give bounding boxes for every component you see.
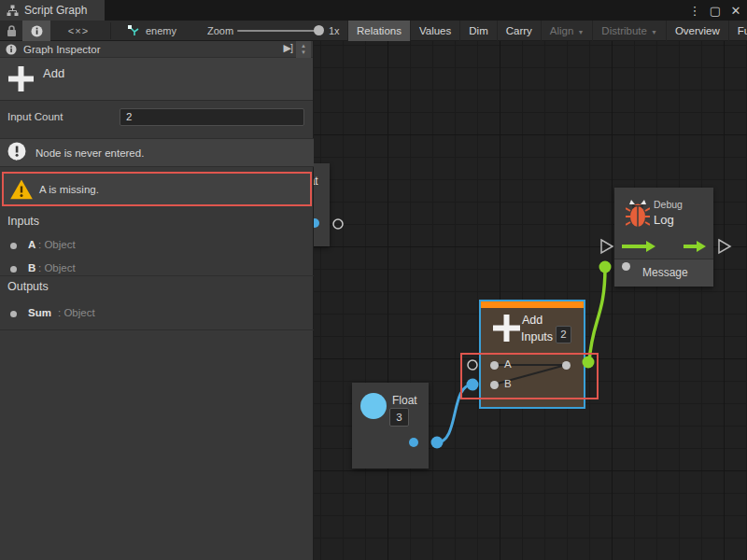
zoom-slider-track[interactable] xyxy=(237,30,319,32)
script-graph-icon xyxy=(7,5,19,17)
zoom-slider-handle[interactable] xyxy=(314,25,324,35)
spin-up-icon[interactable]: ▲ xyxy=(301,43,306,49)
port-type: : Object xyxy=(38,262,76,273)
flow-in-arrow-icon[interactable] xyxy=(622,241,655,252)
node-debug-log[interactable]: Debug Log Message xyxy=(614,188,713,287)
input-count-field[interactable]: 2 xyxy=(120,108,304,126)
port-type: : Object xyxy=(38,239,76,250)
chevron-down-icon: ▼ xyxy=(577,29,584,35)
float-output-port[interactable] xyxy=(409,438,418,447)
message-input-port[interactable] xyxy=(622,262,630,271)
add-icon xyxy=(8,66,34,91)
inspector-toggle-button[interactable] xyxy=(22,21,50,41)
info-icon xyxy=(31,25,43,37)
toolbar-buttons: Relations Values Dim Carry Align ▼ Distr… xyxy=(347,21,747,41)
float-value-field[interactable]: 3 xyxy=(389,408,409,427)
port-type: : Object xyxy=(58,307,95,318)
values-button[interactable]: Values xyxy=(410,21,459,41)
divider xyxy=(0,275,314,276)
warning-message-box: A is missing. xyxy=(2,172,312,206)
carry-button[interactable]: Carry xyxy=(497,21,541,41)
toolbar-separator xyxy=(110,22,111,39)
node-title: Log xyxy=(654,213,674,227)
maximize-icon[interactable]: ▢ xyxy=(708,4,723,18)
script-graph-window: Script Graph ⋮ ▢ ✕ <×> enemy xyxy=(0,0,747,560)
inputs-header: Inputs xyxy=(7,215,39,228)
inspector-header: Graph Inspector ▶] ▲ ▼ xyxy=(0,41,313,58)
graph-toolbar: <×> enemy Zoom 1x Relations Values Dim C… xyxy=(0,21,747,41)
warning-message-text: A is missing. xyxy=(39,184,99,195)
port-name: B xyxy=(28,262,35,273)
inspector-port-row-a: A : Object xyxy=(0,239,314,254)
port-dot xyxy=(10,243,17,249)
info-icon xyxy=(6,44,17,55)
bug-icon xyxy=(626,198,650,230)
tab-title: Script Graph xyxy=(24,4,87,17)
divider xyxy=(0,329,314,330)
info-message-box: Node is never entered. xyxy=(0,138,314,167)
overview-button[interactable]: Overview xyxy=(666,21,728,41)
never-entered-icon xyxy=(7,142,29,164)
unit-title: Add xyxy=(43,66,64,80)
zoom-value: 1x xyxy=(329,25,340,36)
input-count-badge: 2 xyxy=(556,326,571,343)
graph-breadcrumb[interactable]: enemy xyxy=(127,21,176,41)
align-dropdown[interactable]: Align ▼ xyxy=(541,21,593,41)
info-message-text: Node is never entered. xyxy=(35,147,144,159)
distribute-dropdown[interactable]: Distribute ▼ xyxy=(592,21,666,41)
zoom-label: Zoom xyxy=(207,25,233,36)
code-preview-button[interactable]: <×> xyxy=(60,21,97,41)
float-value-icon xyxy=(360,393,387,419)
node-subtitle: Inputs xyxy=(521,330,553,343)
window-controls: ⋮ ▢ ✕ xyxy=(687,0,743,21)
node-title: Add xyxy=(522,314,543,327)
unit-header-block: Add xyxy=(0,58,313,101)
node-title: Float xyxy=(392,394,417,407)
add-icon xyxy=(493,315,520,342)
spin-down-icon[interactable]: ▼ xyxy=(301,49,306,56)
port-dot xyxy=(10,311,17,317)
input-count-label: Input Count xyxy=(7,111,63,122)
error-highlight-rect xyxy=(460,353,599,399)
outputs-header: Outputs xyxy=(7,280,49,293)
lock-icon[interactable] xyxy=(6,24,18,38)
graph-inspector-panel: Graph Inspector ▶] ▲ ▼ Add Input Count 2 xyxy=(0,41,314,560)
port-name: A xyxy=(28,239,35,250)
kebab-menu-icon[interactable]: ⋮ xyxy=(687,4,702,18)
scroll-spinner[interactable]: ▲ ▼ xyxy=(296,41,311,58)
node-category: Debug xyxy=(654,199,683,210)
node-float[interactable]: Float 3 xyxy=(352,383,429,469)
inspector-port-row-sum: Sum : Object xyxy=(0,307,314,322)
message-port-label: Message xyxy=(642,266,688,279)
chevron-down-icon: ▼ xyxy=(651,29,657,35)
flow-out-arrow-icon[interactable] xyxy=(684,241,706,252)
dim-button[interactable]: Dim xyxy=(459,21,496,41)
warning-icon xyxy=(10,179,33,199)
tab-script-graph[interactable]: Script Graph xyxy=(0,0,105,21)
close-icon[interactable]: ✕ xyxy=(728,4,743,18)
graph-name: enemy xyxy=(146,25,176,36)
inspector-title: Graph Inspector xyxy=(23,44,100,55)
title-bar: Script Graph ⋮ ▢ ✕ xyxy=(0,0,747,21)
dock-icon[interactable]: ▶] xyxy=(283,42,292,54)
full-screen-button[interactable]: Full Screen xyxy=(728,21,747,41)
port-dot xyxy=(10,266,17,273)
relations-button[interactable]: Relations xyxy=(347,21,410,41)
port-name: Sum xyxy=(28,307,51,318)
graph-canvas[interactable] xyxy=(314,41,747,560)
graph-asset-icon xyxy=(127,24,140,37)
